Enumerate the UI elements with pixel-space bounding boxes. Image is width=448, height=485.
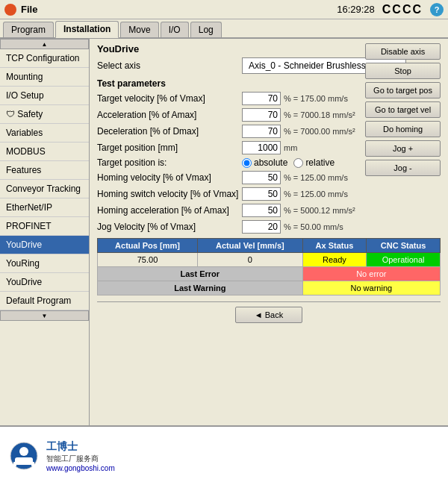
jog-minus-button[interactable]: Jog - [365,160,441,176]
status-table: Actual Pos [mm] Actual Vel [mm/s] Ax Sta… [97,238,441,295]
sidebar-item-youdrive-1[interactable]: YouDrive [0,236,89,254]
param-input-0[interactable] [242,92,281,105]
param-label-0: Target velocity [% of Vmax] [97,93,239,104]
session-id: CCCC [382,3,423,16]
ax-status-value: Ready [302,253,367,267]
param-row-5: Homing switch velocity [% of Vmax] % = 1… [97,187,441,201]
param-label-7: Jog Velocity [% of Vmax] [97,222,239,232]
footer-text-group: 工博士 智能工厂服务商 www.gongboshi.com [46,440,115,472]
param-unit-6: % = 5000.12 mm/s² [284,206,366,215]
param-unit-2: % = 7000.00 mm/s² [284,127,366,136]
sidebar-list: TCP Configuration Mounting I/O Setup 🛡 S… [0,49,89,310]
param-label-4: Homing velocity [% of Vmax] [97,172,239,183]
select-axis-label: Select axis [97,60,239,71]
sidebar-scroll-up[interactable]: ▲ [0,39,89,49]
param-label-1: Acceleration [% of Amax] [97,110,239,120]
title-right: 16:29:28 CCCC ? [337,3,444,16]
actual-pos-value: 75.00 [98,253,198,267]
param-row-6: Homing acceleration [% of Amax] % = 5000… [97,204,441,217]
sidebar-item-safety[interactable]: 🛡 Safety [0,105,89,124]
sidebar-item-variables[interactable]: Variables [0,124,89,143]
col-actual-pos: Actual Pos [mm] [98,239,198,253]
absolute-label: absolute [254,157,287,168]
table-row-data: 75.00 0 Ready Operational [98,253,441,267]
footer-tagline: 智能工厂服务商 [46,454,115,464]
jog-plus-button[interactable]: Jog + [365,140,441,157]
sidebar-item-tcp[interactable]: TCP Configuration [0,49,89,68]
param-unit-3: mm [284,143,366,152]
last-warning-value: No warning [302,281,440,295]
tab-log[interactable]: Log [190,22,222,37]
param-label-2: Deceleration [% of Dmax] [97,126,239,137]
param-label-6: Homing acceleration [% of Amax] [97,205,239,216]
param-input-7[interactable] [242,220,281,234]
sidebar-item-conveyor[interactable]: Conveyor Tracking [0,180,89,198]
back-button[interactable]: ◄ Back [235,307,302,323]
radio-relative[interactable]: relative [293,157,335,168]
radio-relative-input[interactable] [293,158,303,168]
go-to-target-vel-button[interactable]: Go to target vel [365,101,441,118]
param-input-2[interactable] [242,125,281,138]
param-input-3[interactable] [242,141,281,154]
go-to-target-pos-button[interactable]: Go to target pos [365,82,441,98]
tab-bar: Program Installation Move I/O Log [0,19,448,39]
radio-absolute[interactable]: absolute [242,157,287,168]
svg-rect-4 [31,462,34,466]
radio-absolute-input[interactable] [242,158,252,168]
sidebar-item-youdrive-2[interactable]: YouDrive [0,273,89,292]
sidebar-item-default[interactable]: Default Program [0,292,89,310]
tab-program[interactable]: Program [3,22,54,37]
param-unit-1: % = 7000.18 mm/s² [284,110,366,119]
sidebar-item-youring[interactable]: YouRing [0,254,89,273]
do-homing-button[interactable]: Do homing [365,121,441,137]
tab-io[interactable]: I/O [161,22,189,37]
radio-group: absolute relative [242,157,335,168]
sidebar-item-mounting[interactable]: Mounting [0,68,89,87]
param-unit-4: % = 125.00 mm/s [284,173,366,182]
last-warning-label: Last Warning [98,281,303,295]
param-label-5: Homing switch velocity [% of Vmax] [97,189,239,199]
sidebar-item-modbus[interactable]: MODBUS [0,143,89,161]
svg-point-1 [19,447,28,456]
title-left: File [4,4,37,16]
main-container: ▲ TCP Configuration Mounting I/O Setup 🛡… [0,39,448,425]
param-input-4[interactable] [242,171,281,184]
back-label: Back [265,310,283,319]
col-cnc-status: CNC Status [367,239,441,253]
tab-move[interactable]: Move [120,22,158,37]
file-menu[interactable]: File [21,4,37,15]
tab-installation[interactable]: Installation [55,21,119,38]
footer: 工博士 智能工厂服务商 www.gongboshi.com [0,425,448,485]
actual-vel-value: 0 [198,253,303,267]
col-actual-vel: Actual Vel [mm/s] [198,239,303,253]
content-area: YouDrive Select axis Axis_0 - Schneider … [90,39,448,425]
param-input-6[interactable] [242,204,281,217]
table-row-warning: Last Warning No warning [98,281,441,295]
col-ax-status: Ax Status [302,239,367,253]
last-error-label: Last Error [98,267,303,281]
title-bar: File 16:29:28 CCCC ? [0,0,448,19]
sidebar-item-io[interactable]: I/O Setup [0,87,89,105]
param-input-5[interactable] [242,187,281,201]
param-unit-0: % = 175.00 mm/s [284,94,366,103]
relative-label: relative [305,157,335,168]
param-unit-5: % = 125.00 mm/s [284,190,366,198]
svg-rect-2 [15,457,33,465]
back-bar: ◄ Back [97,301,441,328]
content-wrapper: YouDrive Select axis Axis_0 - Schneider … [97,43,441,328]
table-row-error: Last Error No error [98,267,441,281]
param-unit-7: % = 50.00 mm/s [284,222,366,231]
help-button[interactable]: ? [430,3,444,16]
sidebar-item-features[interactable]: Features [0,161,89,180]
svg-rect-3 [13,462,16,466]
shield-icon: 🛡 [6,109,17,119]
sidebar-scroll-down[interactable]: ▼ [0,310,89,321]
stop-button[interactable]: Stop [365,63,441,79]
sidebar-item-profinet[interactable]: PROFINET [0,217,89,236]
param-input-1[interactable] [242,108,281,122]
disable-axis-button[interactable]: Disable axis [365,43,441,60]
sidebar-item-ethernet[interactable]: EtherNet/IP [0,198,89,217]
brand-logo-icon [9,441,39,471]
clock: 16:29:28 [337,4,375,15]
back-arrow-icon: ◄ [255,310,265,319]
